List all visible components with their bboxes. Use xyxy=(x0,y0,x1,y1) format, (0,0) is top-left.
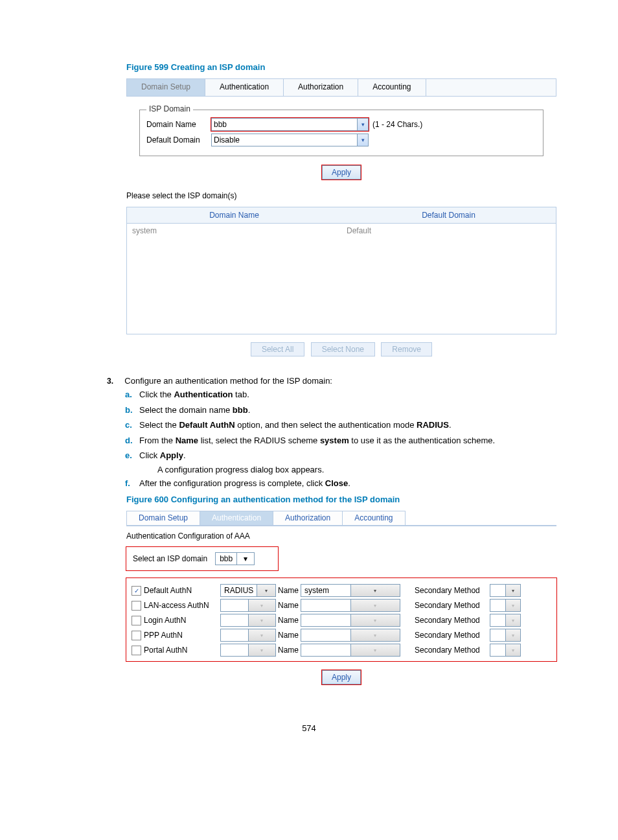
secondary-method-select[interactable]: ▾ xyxy=(490,629,521,642)
secondary-method-label: Secondary Method xyxy=(415,646,490,655)
auth-label: Login AuthN xyxy=(144,616,220,625)
name-col-label: Name xyxy=(276,616,301,625)
auth-grid: Default AuthNRADIUS▾Namesystem▾Secondary… xyxy=(126,578,556,661)
select-none-button[interactable]: Select None xyxy=(311,342,375,356)
substep-text: From the Name list, select the RADIUS sc… xyxy=(139,436,495,445)
substep-text: Select the Default AuthN option, and the… xyxy=(139,420,452,430)
tab-authentication[interactable]: Authentication xyxy=(205,79,284,96)
domain-name-hint: (1 - 24 Chars.) xyxy=(372,120,422,129)
substep-text: After the configuration progress is comp… xyxy=(139,478,350,488)
step-number: 3. xyxy=(107,377,122,386)
remove-button[interactable]: Remove xyxy=(381,342,432,356)
tabs-600: Domain Setup Authentication Authorizatio… xyxy=(126,511,556,526)
isp-domain-select-box: Select an ISP domain bbb ▾ xyxy=(126,547,278,570)
substep: c.Select the Default AuthN option, and t… xyxy=(125,419,556,432)
secondary-method-label: Secondary Method xyxy=(415,586,490,595)
secondary-method-label: Secondary Method xyxy=(415,616,490,625)
chevron-down-icon[interactable]: ▾ xyxy=(236,553,254,565)
secondary-method-select[interactable]: ▾ xyxy=(490,644,521,657)
tab-authorization[interactable]: Authorization xyxy=(284,79,358,96)
substep: d.From the Name list, select the RADIUS … xyxy=(125,434,556,447)
please-select-text: Please select the ISP domain(s) xyxy=(126,191,556,200)
auth-name-select[interactable]: system▾ xyxy=(301,584,400,597)
substep-letter: e. xyxy=(125,449,132,462)
tabs-599: Domain Setup Authentication Authorizatio… xyxy=(126,78,556,97)
auth-method-select[interactable]: ▾ xyxy=(220,599,276,612)
chevron-down-icon[interactable]: ▾ xyxy=(358,134,369,146)
apply-button-599[interactable]: Apply xyxy=(322,165,361,180)
select-isp-label: Select an ISP domain xyxy=(133,554,207,563)
isp-domain-fieldset: ISP Domain Domain Name ▾ (1 - 24 Chars.)… xyxy=(139,110,544,156)
step-text: Configure an authentication method for t… xyxy=(124,376,332,386)
domain-name-input[interactable] xyxy=(211,118,358,131)
figure-599-title: Figure 599 Creating an ISP domain xyxy=(126,62,556,72)
substep-text: Click Apply. xyxy=(139,450,186,460)
tab-accounting[interactable]: Accounting xyxy=(358,79,426,96)
select-all-button[interactable]: Select All xyxy=(251,342,304,356)
checkbox[interactable] xyxy=(132,586,141,596)
auth-label: LAN-access AuthN xyxy=(144,601,220,610)
auth-name-select[interactable]: ▾ xyxy=(301,629,400,642)
substep-letter: b. xyxy=(125,404,133,417)
substep-letter: d. xyxy=(125,434,133,447)
inset-note: A configuration progress dialog box appe… xyxy=(157,465,556,474)
secondary-method-select[interactable]: ▾ xyxy=(490,584,521,597)
secondary-method-select[interactable]: ▾ xyxy=(490,614,521,627)
substep: f.After the configuration progress is co… xyxy=(125,477,556,490)
substep: b.Select the domain name bbb. xyxy=(125,404,556,417)
tab-domain-setup[interactable]: Domain Setup xyxy=(127,79,205,96)
substep-letter: a. xyxy=(125,388,132,401)
tab-domain-setup-2[interactable]: Domain Setup xyxy=(126,511,200,525)
name-col-label: Name xyxy=(276,601,301,610)
auth-row: Login AuthN▾Name▾Secondary Method▾ xyxy=(132,614,551,627)
secondary-method-select[interactable]: ▾ xyxy=(490,599,521,612)
tab-authentication-2[interactable]: Authentication xyxy=(200,511,273,525)
checkbox[interactable] xyxy=(132,646,141,655)
auth-row: Portal AuthN▾Name▾Secondary Method▾ xyxy=(132,644,551,657)
table-row[interactable]: system Default xyxy=(127,224,556,239)
aaa-config-label: Authentication Configuration of AAA xyxy=(126,531,556,541)
substep: a.Click the Authentication tab. xyxy=(125,388,556,401)
col-default-domain[interactable]: Default Domain xyxy=(341,207,556,224)
default-domain-select[interactable] xyxy=(211,134,358,146)
auth-name-select[interactable]: ▾ xyxy=(301,599,400,612)
page-number: 574 xyxy=(62,723,556,733)
tab-accounting-2[interactable]: Accounting xyxy=(342,511,405,525)
instruction-block: 3. Configure an authentication method fo… xyxy=(107,376,556,489)
domain-table: Domain Name Default Domain system Defaul… xyxy=(126,207,556,334)
auth-method-select[interactable]: ▾ xyxy=(220,614,276,627)
auth-row: PPP AuthN▾Name▾Secondary Method▾ xyxy=(132,629,551,642)
auth-method-select[interactable]: ▾ xyxy=(220,644,276,657)
auth-label: Portal AuthN xyxy=(144,646,220,655)
substep: e.Click Apply. xyxy=(125,449,556,462)
substep-text: Click the Authentication tab. xyxy=(139,390,249,399)
name-col-label: Name xyxy=(276,646,301,655)
tab-authorization-2[interactable]: Authorization xyxy=(273,511,343,525)
apply-button-600[interactable]: Apply xyxy=(322,670,361,684)
checkbox[interactable] xyxy=(132,631,141,640)
checkbox[interactable] xyxy=(132,616,141,625)
substep-letter: f. xyxy=(125,477,130,490)
col-domain-name[interactable]: Domain Name xyxy=(127,207,342,224)
auth-name-select[interactable]: ▾ xyxy=(301,644,400,657)
auth-method-select[interactable]: ▾ xyxy=(220,629,276,642)
auth-name-select[interactable]: ▾ xyxy=(301,614,400,627)
auth-method-select[interactable]: RADIUS▾ xyxy=(220,584,276,597)
auth-label: PPP AuthN xyxy=(144,631,220,640)
secondary-method-label: Secondary Method xyxy=(415,601,490,610)
domain-name-label: Domain Name xyxy=(146,120,211,129)
substep-text: Select the domain name bbb. xyxy=(139,405,250,415)
isp-domain-select[interactable]: bbb ▾ xyxy=(215,552,255,565)
fieldset-legend: ISP Domain xyxy=(146,104,193,113)
name-col-label: Name xyxy=(276,631,301,640)
substep-letter: c. xyxy=(125,419,132,432)
checkbox[interactable] xyxy=(132,601,141,611)
auth-row: LAN-access AuthN▾Name▾Secondary Method▾ xyxy=(132,599,551,612)
secondary-method-label: Secondary Method xyxy=(415,631,490,640)
name-col-label: Name xyxy=(276,586,301,595)
auth-row: Default AuthNRADIUS▾Namesystem▾Secondary… xyxy=(132,584,551,597)
default-domain-label: Default Domain xyxy=(146,135,211,145)
chevron-down-icon[interactable]: ▾ xyxy=(358,118,369,131)
auth-label: Default AuthN xyxy=(144,586,220,595)
figure-600-title: Figure 600 Configuring an authentication… xyxy=(126,495,556,504)
